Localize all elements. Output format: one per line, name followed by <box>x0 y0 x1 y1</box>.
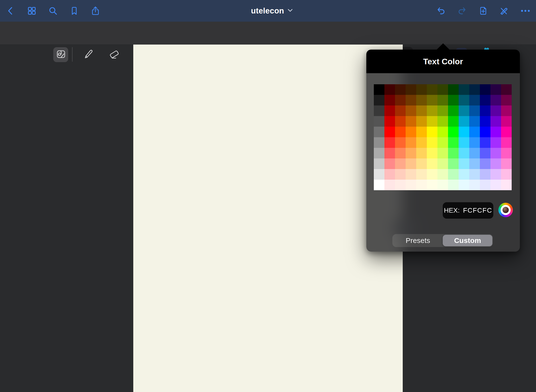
color-swatch[interactable] <box>374 158 384 169</box>
color-swatch[interactable] <box>374 127 384 137</box>
color-swatch[interactable] <box>437 84 448 95</box>
color-swatch[interactable] <box>437 158 448 169</box>
color-swatch[interactable] <box>374 180 384 190</box>
color-swatch[interactable] <box>374 116 384 127</box>
color-swatch[interactable] <box>406 95 416 105</box>
color-swatch[interactable] <box>437 180 448 190</box>
color-swatch[interactable] <box>416 148 427 158</box>
color-swatch[interactable] <box>490 127 501 137</box>
color-swatch[interactable] <box>406 116 416 127</box>
back-button[interactable] <box>2 0 19 22</box>
color-swatch[interactable] <box>384 137 395 148</box>
color-swatch[interactable] <box>480 158 490 169</box>
color-swatch[interactable] <box>448 105 459 116</box>
color-swatch[interactable] <box>469 95 480 105</box>
color-swatch[interactable] <box>490 84 501 95</box>
color-swatch[interactable] <box>490 116 501 127</box>
color-swatch[interactable] <box>384 148 395 158</box>
tab-presets[interactable]: Presets <box>393 235 443 246</box>
color-swatch[interactable] <box>384 127 395 137</box>
color-swatch[interactable] <box>374 105 384 116</box>
share-button[interactable] <box>87 0 104 22</box>
color-swatch[interactable] <box>501 105 512 116</box>
color-swatch[interactable] <box>374 95 384 105</box>
more-button[interactable] <box>517 0 534 22</box>
color-swatch[interactable] <box>395 137 406 148</box>
color-swatch[interactable] <box>395 169 406 180</box>
color-swatch[interactable] <box>459 169 469 180</box>
color-swatch[interactable] <box>501 148 512 158</box>
color-swatch[interactable] <box>416 95 427 105</box>
color-swatch[interactable] <box>406 169 416 180</box>
color-swatch[interactable] <box>395 148 406 158</box>
color-swatch[interactable] <box>427 95 437 105</box>
color-swatch[interactable] <box>437 105 448 116</box>
color-swatch[interactable] <box>501 95 512 105</box>
color-swatch[interactable] <box>406 148 416 158</box>
color-swatch[interactable] <box>427 116 437 127</box>
color-swatch[interactable] <box>427 158 437 169</box>
color-swatch[interactable] <box>437 148 448 158</box>
color-swatch[interactable] <box>469 116 480 127</box>
color-swatch[interactable] <box>427 148 437 158</box>
color-swatch[interactable] <box>427 169 437 180</box>
color-swatch[interactable] <box>416 84 427 95</box>
color-swatch[interactable] <box>480 105 490 116</box>
color-swatch[interactable] <box>395 105 406 116</box>
color-swatch[interactable] <box>448 148 459 158</box>
color-swatch[interactable] <box>459 105 469 116</box>
color-swatch[interactable] <box>437 95 448 105</box>
color-swatch[interactable] <box>480 169 490 180</box>
color-swatch[interactable] <box>448 116 459 127</box>
color-swatch[interactable] <box>480 95 490 105</box>
color-swatch[interactable] <box>416 137 427 148</box>
color-swatch[interactable] <box>416 180 427 190</box>
color-swatch[interactable] <box>406 84 416 95</box>
color-swatch[interactable] <box>427 137 437 148</box>
edit-mode-tool-button[interactable] <box>53 47 68 62</box>
color-swatch[interactable] <box>384 116 395 127</box>
color-swatch[interactable] <box>395 84 406 95</box>
color-swatch[interactable] <box>384 180 395 190</box>
color-wheel-button[interactable] <box>498 203 513 217</box>
color-swatch[interactable] <box>501 169 512 180</box>
color-swatch[interactable] <box>469 180 480 190</box>
color-swatch[interactable] <box>501 158 512 169</box>
color-swatch[interactable] <box>448 84 459 95</box>
document-title-button[interactable]: utelecon <box>224 0 320 22</box>
color-swatch[interactable] <box>501 84 512 95</box>
color-swatch[interactable] <box>448 95 459 105</box>
color-swatch[interactable] <box>384 84 395 95</box>
color-swatch[interactable] <box>406 137 416 148</box>
color-swatch[interactable] <box>395 95 406 105</box>
color-swatch[interactable] <box>480 137 490 148</box>
pen-tool-button[interactable] <box>81 47 96 62</box>
color-swatch[interactable] <box>416 116 427 127</box>
color-swatch[interactable] <box>448 169 459 180</box>
color-swatch[interactable] <box>395 116 406 127</box>
color-swatch[interactable] <box>406 180 416 190</box>
color-swatch[interactable] <box>395 127 406 137</box>
color-swatch[interactable] <box>395 180 406 190</box>
color-swatch[interactable] <box>459 158 469 169</box>
color-swatch[interactable] <box>374 84 384 95</box>
color-swatch[interactable] <box>490 137 501 148</box>
color-swatch[interactable] <box>374 137 384 148</box>
color-swatch[interactable] <box>490 95 501 105</box>
page-thumbnails-button[interactable] <box>23 0 40 22</box>
color-swatch[interactable] <box>469 158 480 169</box>
color-swatch[interactable] <box>459 116 469 127</box>
color-swatch[interactable] <box>448 127 459 137</box>
color-swatch[interactable] <box>406 127 416 137</box>
color-swatch[interactable] <box>448 180 459 190</box>
color-swatch[interactable] <box>469 127 480 137</box>
color-swatch[interactable] <box>480 148 490 158</box>
color-swatch[interactable] <box>448 158 459 169</box>
color-swatch[interactable] <box>374 148 384 158</box>
color-swatch[interactable] <box>416 127 427 137</box>
color-swatch[interactable] <box>384 95 395 105</box>
color-swatch[interactable] <box>459 137 469 148</box>
color-swatch[interactable] <box>469 84 480 95</box>
color-swatch[interactable] <box>437 116 448 127</box>
stylus-disabled-button[interactable] <box>495 0 512 22</box>
